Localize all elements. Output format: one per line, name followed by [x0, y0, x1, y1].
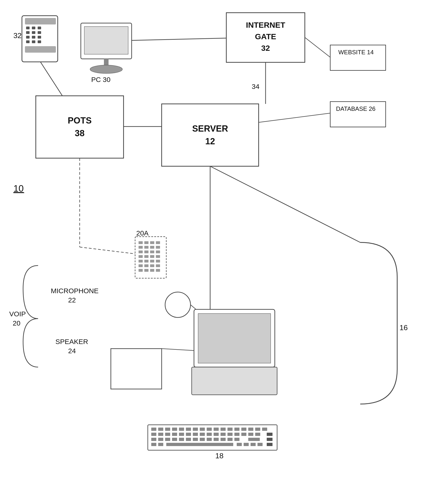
svg-rect-70 — [221, 433, 226, 436]
svg-rect-68 — [207, 433, 212, 436]
svg-rect-15 — [139, 241, 143, 244]
svg-rect-1 — [26, 27, 30, 29]
svg-rect-54 — [227, 428, 233, 431]
svg-rect-35 — [139, 264, 143, 267]
voip-number: 20 — [13, 319, 20, 327]
svg-rect-52 — [214, 428, 219, 431]
svg-rect-53 — [221, 428, 226, 431]
svg-rect-80 — [179, 438, 184, 441]
svg-rect-73 — [241, 433, 246, 436]
svg-rect-66 — [193, 433, 198, 436]
svg-rect-85 — [214, 438, 219, 441]
svg-rect-6 — [38, 31, 41, 34]
svg-rect-61 — [158, 433, 163, 436]
svg-rect-39 — [139, 269, 143, 272]
svg-rect-72 — [234, 433, 240, 436]
svg-rect-19 — [139, 246, 143, 249]
svg-rect-74 — [248, 433, 253, 436]
svg-rect-82 — [193, 438, 198, 441]
label-16: 16 — [400, 324, 408, 332]
svg-rect-95 — [251, 443, 256, 446]
svg-rect-20 — [144, 246, 148, 249]
website-label: WEBSITE 14 — [338, 49, 374, 56]
laptop-body — [192, 367, 277, 395]
svg-rect-27 — [139, 255, 143, 258]
svg-rect-25 — [150, 251, 154, 253]
svg-rect-63 — [172, 433, 177, 436]
svg-rect-32 — [144, 260, 148, 263]
svg-rect-69 — [214, 433, 219, 436]
svg-rect-24 — [144, 251, 148, 253]
svg-rect-12 — [38, 40, 41, 43]
label-18: 18 — [215, 451, 223, 460]
svg-rect-11 — [32, 40, 35, 43]
server-number: 12 — [205, 136, 215, 146]
pots-label: POTS — [68, 116, 92, 125]
svg-rect-17 — [150, 241, 154, 244]
pots-number: 38 — [75, 128, 85, 138]
svg-rect-30 — [156, 255, 160, 258]
svg-rect-13 — [25, 18, 56, 24]
pc-label: PC 30 — [91, 76, 110, 83]
system-label-10: 10 — [13, 183, 24, 194]
svg-rect-56 — [241, 428, 246, 431]
svg-rect-100 — [267, 443, 273, 446]
svg-rect-22 — [156, 246, 160, 249]
svg-rect-44 — [158, 428, 163, 431]
svg-rect-60 — [151, 433, 156, 436]
svg-rect-91 — [158, 443, 163, 446]
pc-base — [90, 65, 122, 73]
svg-rect-48 — [186, 428, 191, 431]
svg-rect-76 — [151, 438, 156, 441]
svg-rect-67 — [200, 433, 205, 436]
svg-rect-62 — [165, 433, 170, 436]
svg-rect-28 — [144, 255, 148, 258]
svg-rect-43 — [151, 428, 156, 431]
speaker-number: 24 — [68, 347, 76, 355]
svg-rect-40 — [144, 269, 148, 272]
svg-rect-47 — [179, 428, 184, 431]
svg-rect-50 — [200, 428, 205, 431]
svg-rect-84 — [207, 438, 212, 441]
svg-rect-42 — [156, 269, 160, 272]
svg-rect-7 — [26, 36, 30, 38]
internet-gate-number: 32 — [261, 44, 270, 53]
svg-rect-90 — [151, 443, 156, 446]
svg-rect-97 — [267, 433, 273, 436]
svg-rect-64 — [179, 433, 184, 436]
svg-rect-79 — [172, 438, 177, 441]
svg-rect-45 — [165, 428, 170, 431]
microphone-circle — [165, 292, 190, 317]
svg-rect-5 — [32, 31, 35, 34]
svg-rect-78 — [165, 438, 170, 441]
svg-rect-81 — [186, 438, 191, 441]
svg-rect-93 — [237, 443, 242, 446]
svg-rect-23 — [139, 251, 143, 253]
label-34: 34 — [252, 83, 259, 90]
svg-rect-2 — [32, 27, 35, 29]
label-20a: 20A — [136, 229, 148, 237]
svg-rect-26 — [156, 251, 160, 253]
microphone-number: 22 — [68, 296, 76, 304]
microphone-label: MICROPHONE — [51, 287, 99, 295]
svg-rect-88 — [234, 438, 240, 441]
svg-rect-29 — [150, 255, 154, 258]
svg-rect-92 — [166, 443, 233, 446]
pots-box — [36, 96, 124, 158]
svg-rect-87 — [227, 438, 233, 441]
database-label: DATABASE 26 — [336, 105, 375, 112]
internet-gate-label2: GATE — [255, 32, 276, 41]
server-box — [162, 104, 259, 166]
svg-rect-58 — [255, 428, 260, 431]
svg-rect-31 — [139, 260, 143, 263]
svg-rect-98 — [267, 438, 273, 441]
svg-rect-83 — [200, 438, 205, 441]
pc-screen — [84, 27, 128, 54]
svg-rect-89 — [248, 438, 260, 441]
laptop-display — [198, 314, 271, 363]
svg-rect-96 — [258, 443, 262, 446]
svg-rect-10 — [26, 40, 30, 43]
svg-rect-4 — [26, 31, 30, 34]
svg-rect-18 — [156, 241, 160, 244]
svg-rect-9 — [38, 36, 41, 38]
